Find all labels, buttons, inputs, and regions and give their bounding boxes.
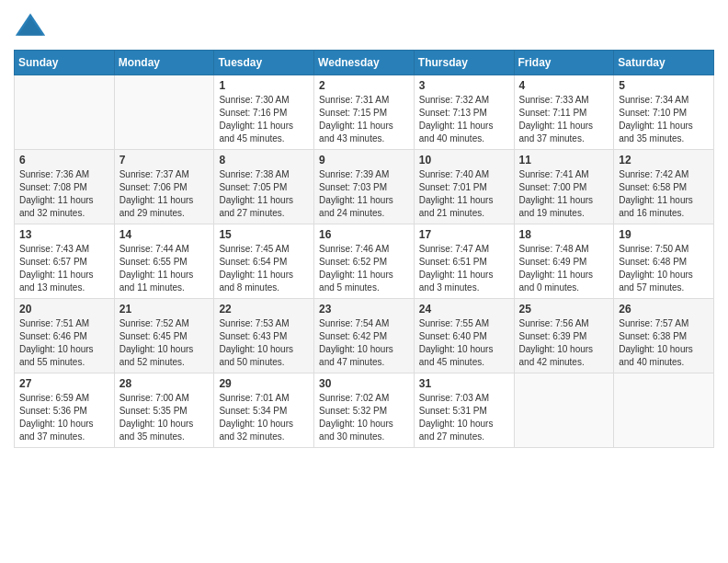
logo-icon bbox=[14, 9, 47, 42]
calendar-header-row: SundayMondayTuesdayWednesdayThursdayFrid… bbox=[15, 51, 714, 75]
day-number: 31 bbox=[419, 377, 509, 390]
day-number: 12 bbox=[619, 154, 709, 167]
day-cell: 7Sunrise: 7:37 AM Sunset: 7:06 PM Daylig… bbox=[114, 150, 214, 224]
day-header-monday: Monday bbox=[114, 51, 214, 75]
day-info: Sunrise: 7:50 AM Sunset: 6:48 PM Dayligh… bbox=[619, 243, 709, 294]
week-row-4: 20Sunrise: 7:51 AM Sunset: 6:46 PM Dayli… bbox=[15, 299, 714, 373]
week-row-5: 27Sunrise: 6:59 AM Sunset: 5:36 PM Dayli… bbox=[15, 373, 714, 448]
week-row-2: 6Sunrise: 7:36 AM Sunset: 7:08 PM Daylig… bbox=[15, 150, 714, 224]
day-info: Sunrise: 7:31 AM Sunset: 7:15 PM Dayligh… bbox=[319, 94, 409, 145]
day-cell: 30Sunrise: 7:02 AM Sunset: 5:32 PM Dayli… bbox=[314, 373, 415, 448]
day-cell: 23Sunrise: 7:54 AM Sunset: 6:42 PM Dayli… bbox=[314, 299, 415, 373]
day-info: Sunrise: 7:03 AM Sunset: 5:31 PM Dayligh… bbox=[419, 392, 509, 443]
day-cell: 2Sunrise: 7:31 AM Sunset: 7:15 PM Daylig… bbox=[314, 75, 415, 150]
day-header-tuesday: Tuesday bbox=[214, 51, 314, 75]
day-number: 16 bbox=[319, 228, 409, 241]
day-info: Sunrise: 7:56 AM Sunset: 6:39 PM Dayligh… bbox=[519, 317, 609, 369]
day-cell: 28Sunrise: 7:00 AM Sunset: 5:35 PM Dayli… bbox=[114, 373, 214, 448]
day-cell: 11Sunrise: 7:41 AM Sunset: 7:00 PM Dayli… bbox=[514, 150, 614, 224]
day-number: 27 bbox=[19, 377, 109, 390]
day-number: 28 bbox=[119, 377, 210, 390]
day-cell: 31Sunrise: 7:03 AM Sunset: 5:31 PM Dayli… bbox=[414, 373, 514, 448]
day-info: Sunrise: 7:44 AM Sunset: 6:55 PM Dayligh… bbox=[119, 243, 210, 294]
day-info: Sunrise: 7:46 AM Sunset: 6:52 PM Dayligh… bbox=[319, 243, 409, 294]
day-info: Sunrise: 7:38 AM Sunset: 7:05 PM Dayligh… bbox=[219, 168, 309, 220]
day-number: 6 bbox=[19, 154, 109, 167]
day-number: 7 bbox=[119, 154, 210, 167]
day-info: Sunrise: 7:40 AM Sunset: 7:01 PM Dayligh… bbox=[419, 168, 509, 220]
day-number: 30 bbox=[319, 377, 409, 390]
day-cell: 13Sunrise: 7:43 AM Sunset: 6:57 PM Dayli… bbox=[15, 224, 115, 299]
day-info: Sunrise: 7:51 AM Sunset: 6:46 PM Dayligh… bbox=[19, 317, 109, 369]
day-info: Sunrise: 7:48 AM Sunset: 6:49 PM Dayligh… bbox=[519, 243, 609, 294]
day-cell bbox=[514, 373, 614, 448]
day-number: 19 bbox=[619, 228, 709, 241]
day-number: 1 bbox=[219, 79, 309, 92]
day-info: Sunrise: 6:59 AM Sunset: 5:36 PM Dayligh… bbox=[19, 392, 109, 443]
day-cell: 9Sunrise: 7:39 AM Sunset: 7:03 PM Daylig… bbox=[314, 150, 415, 224]
day-cell: 8Sunrise: 7:38 AM Sunset: 7:05 PM Daylig… bbox=[214, 150, 314, 224]
day-number: 21 bbox=[119, 303, 210, 316]
day-info: Sunrise: 7:00 AM Sunset: 5:35 PM Dayligh… bbox=[119, 392, 210, 443]
day-number: 8 bbox=[219, 154, 309, 167]
day-number: 26 bbox=[619, 303, 709, 316]
day-info: Sunrise: 7:47 AM Sunset: 6:51 PM Dayligh… bbox=[419, 243, 509, 294]
day-info: Sunrise: 7:30 AM Sunset: 7:16 PM Dayligh… bbox=[219, 94, 309, 145]
day-number: 3 bbox=[419, 79, 509, 92]
day-info: Sunrise: 7:45 AM Sunset: 6:54 PM Dayligh… bbox=[219, 243, 309, 294]
day-cell: 16Sunrise: 7:46 AM Sunset: 6:52 PM Dayli… bbox=[314, 224, 415, 299]
day-number: 13 bbox=[19, 228, 109, 241]
day-cell: 1Sunrise: 7:30 AM Sunset: 7:16 PM Daylig… bbox=[214, 75, 314, 150]
day-cell: 14Sunrise: 7:44 AM Sunset: 6:55 PM Dayli… bbox=[114, 224, 214, 299]
day-number: 10 bbox=[419, 154, 509, 167]
day-cell: 21Sunrise: 7:52 AM Sunset: 6:45 PM Dayli… bbox=[114, 299, 214, 373]
day-number: 4 bbox=[519, 79, 609, 92]
day-cell: 12Sunrise: 7:42 AM Sunset: 6:58 PM Dayli… bbox=[614, 150, 714, 224]
day-header-thursday: Thursday bbox=[414, 51, 514, 75]
day-number: 15 bbox=[219, 228, 309, 241]
day-info: Sunrise: 7:43 AM Sunset: 6:57 PM Dayligh… bbox=[19, 243, 109, 294]
day-cell: 5Sunrise: 7:34 AM Sunset: 7:10 PM Daylig… bbox=[614, 75, 714, 150]
day-header-friday: Friday bbox=[514, 51, 614, 75]
day-number: 22 bbox=[219, 303, 309, 316]
day-cell: 6Sunrise: 7:36 AM Sunset: 7:08 PM Daylig… bbox=[15, 150, 115, 224]
day-cell: 25Sunrise: 7:56 AM Sunset: 6:39 PM Dayli… bbox=[514, 299, 614, 373]
day-number: 24 bbox=[419, 303, 509, 316]
day-cell: 19Sunrise: 7:50 AM Sunset: 6:48 PM Dayli… bbox=[614, 224, 714, 299]
day-cell: 29Sunrise: 7:01 AM Sunset: 5:34 PM Dayli… bbox=[214, 373, 314, 448]
day-info: Sunrise: 7:54 AM Sunset: 6:42 PM Dayligh… bbox=[319, 317, 409, 369]
day-cell: 18Sunrise: 7:48 AM Sunset: 6:49 PM Dayli… bbox=[514, 224, 614, 299]
day-info: Sunrise: 7:39 AM Sunset: 7:03 PM Dayligh… bbox=[319, 168, 409, 220]
day-info: Sunrise: 7:37 AM Sunset: 7:06 PM Dayligh… bbox=[119, 168, 210, 220]
day-info: Sunrise: 7:55 AM Sunset: 6:40 PM Dayligh… bbox=[419, 317, 509, 369]
day-number: 25 bbox=[519, 303, 609, 316]
day-number: 23 bbox=[319, 303, 409, 316]
day-number: 5 bbox=[619, 79, 709, 92]
day-cell: 24Sunrise: 7:55 AM Sunset: 6:40 PM Dayli… bbox=[414, 299, 514, 373]
week-row-3: 13Sunrise: 7:43 AM Sunset: 6:57 PM Dayli… bbox=[15, 224, 714, 299]
day-info: Sunrise: 7:36 AM Sunset: 7:08 PM Dayligh… bbox=[19, 168, 109, 220]
day-info: Sunrise: 7:32 AM Sunset: 7:13 PM Dayligh… bbox=[419, 94, 509, 145]
day-cell: 17Sunrise: 7:47 AM Sunset: 6:51 PM Dayli… bbox=[414, 224, 514, 299]
day-cell: 10Sunrise: 7:40 AM Sunset: 7:01 PM Dayli… bbox=[414, 150, 514, 224]
day-info: Sunrise: 7:42 AM Sunset: 6:58 PM Dayligh… bbox=[619, 168, 709, 220]
day-number: 20 bbox=[19, 303, 109, 316]
day-cell bbox=[15, 75, 115, 150]
day-number: 29 bbox=[219, 377, 309, 390]
day-number: 9 bbox=[319, 154, 409, 167]
day-cell: 22Sunrise: 7:53 AM Sunset: 6:43 PM Dayli… bbox=[214, 299, 314, 373]
day-header-wednesday: Wednesday bbox=[314, 51, 415, 75]
day-cell: 27Sunrise: 6:59 AM Sunset: 5:36 PM Dayli… bbox=[15, 373, 115, 448]
day-info: Sunrise: 7:53 AM Sunset: 6:43 PM Dayligh… bbox=[219, 317, 309, 369]
day-cell: 3Sunrise: 7:32 AM Sunset: 7:13 PM Daylig… bbox=[414, 75, 514, 150]
day-info: Sunrise: 7:52 AM Sunset: 6:45 PM Dayligh… bbox=[119, 317, 210, 369]
page-header bbox=[14, 9, 714, 42]
day-number: 14 bbox=[119, 228, 210, 241]
day-info: Sunrise: 7:41 AM Sunset: 7:00 PM Dayligh… bbox=[519, 168, 609, 220]
day-header-sunday: Sunday bbox=[15, 51, 115, 75]
day-info: Sunrise: 7:34 AM Sunset: 7:10 PM Dayligh… bbox=[619, 94, 709, 145]
day-number: 17 bbox=[419, 228, 509, 241]
day-number: 18 bbox=[519, 228, 609, 241]
day-number: 11 bbox=[519, 154, 609, 167]
day-cell: 15Sunrise: 7:45 AM Sunset: 6:54 PM Dayli… bbox=[214, 224, 314, 299]
